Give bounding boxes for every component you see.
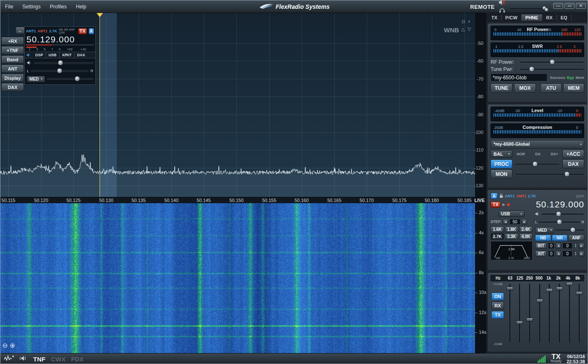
step-down-button[interactable] [503,219,508,225]
agc-dropdown[interactable]: MED [535,227,554,233]
slider-knob[interactable] [544,8,549,12]
xit-step[interactable]: 0 [562,251,572,257]
tab-dax[interactable]: DAX [75,52,88,58]
filter-3.3k-button[interactable]: 3.3K [505,233,518,240]
slice-flag[interactable]: ANT1 ANT1 2.7K NB NR ANF QSK TX A 50.129… [24,26,96,85]
balance-slider[interactable] [538,219,580,225]
tx-antenna-label[interactable]: ANT1 [38,29,48,33]
headphone-icon[interactable] [499,7,505,15]
volume-slider[interactable] [34,60,93,66]
proc-button[interactable]: PROC [491,160,512,168]
mon-slider[interactable] [515,171,584,177]
mem-button[interactable]: MEM [563,84,584,93]
audio-tab-icon[interactable] [25,51,33,59]
rit-up-button[interactable] [579,243,584,249]
proc-slider[interactable] [515,161,560,167]
mic-source-dropdown[interactable]: BAL [491,150,512,158]
balance-slider[interactable] [31,68,88,74]
tune-power-slider[interactable] [520,66,584,72]
nb-button[interactable]: NB [535,235,551,241]
tx-button[interactable]: TX [78,28,87,34]
mic-profile-dropdown[interactable]: *my-6500-Global [491,140,584,149]
fdx-toggle[interactable]: FDX [71,356,84,363]
slice-frequency[interactable]: 50.129.000 [536,199,584,209]
slice-letter-button[interactable]: A [491,193,498,199]
eq-slider-2k[interactable] [555,282,564,344]
audio-status-icon[interactable] [19,355,28,363]
rx-antenna-label[interactable]: ANT1 [505,194,515,198]
sidebar-add-tnf-button[interactable]: +TNF [1,46,24,54]
tab-pcw[interactable]: P/CW [501,14,522,21]
eq-on-button[interactable]: ON [491,293,504,300]
tune-button[interactable]: TUNE [491,84,512,93]
slider-knob[interactable] [507,286,513,290]
volume-slider[interactable] [541,211,584,217]
minimize-button[interactable]: — [553,3,563,9]
eq-rx-button[interactable]: RX [491,302,504,309]
band-up-icon[interactable]: △ [461,26,465,32]
xit-spinner[interactable] [574,251,578,256]
wnb-indicator[interactable]: WNB [444,26,459,34]
slider-knob[interactable] [556,211,561,217]
sidebar-display-button[interactable]: Display [1,74,24,82]
filter-1.8k-button[interactable]: 1.8K [505,226,518,233]
slider-knob[interactable] [556,286,563,290]
filter-4.0k-button[interactable]: 4.0K [519,233,533,240]
tab-xrit[interactable]: X/RIT [60,52,75,58]
slider-knob[interactable] [516,321,523,325]
menu-profiles[interactable]: Profiles [45,0,71,13]
agc-t-slider[interactable] [47,76,93,82]
tx-button[interactable]: TX [491,202,501,208]
slider-knob[interactable] [556,219,562,225]
sidebar-band-button[interactable]: Band [1,55,24,63]
slider-knob[interactable] [549,59,555,65]
menu-file[interactable]: File [0,0,18,13]
mode-dropdown[interactable]: USB [499,211,525,217]
slider-knob[interactable] [57,68,63,73]
eq-slider-1k[interactable] [545,282,554,344]
zoom-in-icon[interactable]: ⊕ [10,342,16,349]
slider-knob[interactable] [74,76,80,81]
slider-knob[interactable] [526,317,533,321]
nr-button[interactable]: NR [552,235,568,241]
xit-down-button[interactable] [556,251,561,257]
acc-button[interactable]: +ACC [562,150,584,158]
rit-spinner[interactable] [574,244,578,248]
rit-button[interactable]: RIT [535,243,547,249]
step-up-button[interactable] [522,219,527,225]
eq-tx-button[interactable]: TX [491,311,504,319]
anf-button[interactable]: ANF [568,235,584,241]
zoom-out-icon[interactable]: ⊖ [3,342,8,349]
tab-tx[interactable]: TX [488,14,501,21]
play-icon[interactable]: ▶ [502,202,505,207]
waterfall-canvas[interactable] [0,203,475,353]
speaker-mute-icon[interactable] [499,0,505,7]
slider-knob[interactable] [566,282,573,285]
slider-knob[interactable] [564,171,570,177]
sidebar-ant-button[interactable]: ANT [1,65,24,73]
band-down-icon[interactable]: ▽ [467,26,471,32]
rit-step[interactable]: 0 [562,243,572,249]
lock-icon[interactable] [499,192,503,200]
slider-knob[interactable] [58,60,63,65]
frequency-scale[interactable]: 50.115 50.120 50.125 50.130 50.135 50.14… [0,197,486,203]
menu-help[interactable]: Help [71,0,91,13]
maximize-button[interactable]: ▭ [564,3,575,9]
eq-slider-4k[interactable] [564,282,574,344]
tx-profile-field[interactable]: *my-6500-Glob [491,73,547,81]
eq-slider-8k[interactable] [575,282,584,344]
record-icon[interactable] [507,203,510,206]
tab-dsp[interactable]: DSP [33,52,46,58]
eq-slider-250[interactable] [525,282,534,344]
sidebar-dax-button[interactable]: DAX [1,83,24,91]
tab-mode[interactable]: USB [46,52,60,58]
dax-button[interactable]: DAX [562,160,584,168]
slider-knob[interactable] [536,299,543,303]
filter-width-label[interactable]: 2.7K [49,29,57,33]
close-button[interactable]: ✕ [576,3,586,9]
rit-down-button[interactable] [556,243,561,249]
close-panel-icon[interactable]: × [468,19,470,24]
tab-rx[interactable]: RX [542,14,556,21]
eq-slider-500[interactable] [535,282,544,344]
slider-knob[interactable] [576,291,583,295]
